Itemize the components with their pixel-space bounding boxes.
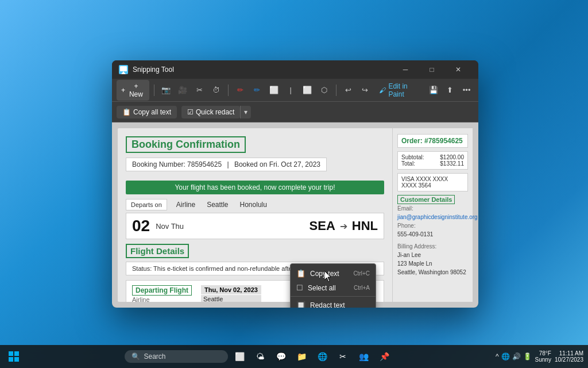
taskbar-left <box>5 347 23 366</box>
select-menu-icon: ☐ <box>296 283 303 292</box>
customer-details-section: Customer Details Email: jian@graphicdesi… <box>397 195 468 277</box>
start-button[interactable] <box>5 347 23 366</box>
airline-info-label: Airline <box>132 296 192 302</box>
taskbar: 🔍 Search ⬜ 🌤 💬 📁 🌐 ✂ 👥 📌 ^ 🌐 🔊 🔋 78°F Su… <box>0 345 588 368</box>
share-icon[interactable]: ⬆ <box>443 82 458 98</box>
highlighter-icon[interactable]: | <box>284 82 298 98</box>
shapes-icon[interactable]: ⬡ <box>317 82 331 98</box>
redact-icon: ☑ <box>187 108 194 116</box>
toolbar-right: 🖌 Edit in Paint 💾 ⬆ ••• <box>374 80 474 101</box>
select-all-menu-item[interactable]: ☐ Select all Ctrl+A <box>291 281 376 295</box>
booking-number-row: Booking Number: 785954625 | Booked on Fr… <box>126 158 384 176</box>
eraser-icon[interactable]: ⬜ <box>267 82 281 98</box>
copy-shortcut: Ctrl+C <box>353 270 370 277</box>
teams-button[interactable]: 👥 <box>354 347 373 366</box>
content-area: Booking Confirmation Booking Number: 785… <box>112 122 478 308</box>
quick-redact-button[interactable]: ☑ Quick redact <box>181 106 240 118</box>
temperature: 78°F <box>535 350 551 356</box>
copy-icon: 📋 <box>122 108 131 116</box>
clock[interactable]: 11:11 AM 10/27/2023 <box>555 350 583 363</box>
taskbar-right: ^ 🌐 🔊 🔋 78°F Sunny 11:11 AM 10/27/2023 <box>496 350 583 363</box>
billing-name: Ji-an Lee <box>397 252 421 258</box>
departs-on-label: Departs on <box>126 199 167 210</box>
crop-icon[interactable]: ✂ <box>192 82 207 98</box>
airline-label: Airline <box>176 201 195 209</box>
timer-icon[interactable]: ⏱ <box>209 82 223 98</box>
order-box: Order: #785954625 <box>397 134 468 148</box>
redact-text-label: Redact text <box>310 301 345 308</box>
select-all-label: Select all <box>308 284 336 292</box>
window-title: Snipping Tool <box>133 66 392 74</box>
billing-city: Seattle, Washington 98052 <box>397 269 466 275</box>
redo-icon[interactable]: ↪ <box>358 82 372 98</box>
battery-icon[interactable]: 🔋 <box>523 352 532 361</box>
right-panel: Order: #785954625 Subtotal: $1200.00 Tot… <box>392 128 473 302</box>
svg-rect-4 <box>9 351 13 356</box>
maximize-button[interactable]: □ <box>419 60 445 79</box>
email-label: Email: <box>397 205 413 212</box>
taskbar-search[interactable]: 🔍 Search <box>125 350 228 363</box>
edge-button[interactable]: 🌐 <box>313 347 331 366</box>
toolbar-separator-3 <box>336 85 336 96</box>
snipping-taskbar-icon[interactable]: ✂ <box>334 347 352 366</box>
edit-in-paint-button[interactable]: 🖌 Edit in Paint <box>374 80 424 101</box>
visa-box: VISA XXXX XXXX XXXX 3564 <box>397 173 468 191</box>
seattle-label: Seattle <box>207 201 228 209</box>
quick-redact-dropdown[interactable]: ▾ <box>240 106 251 118</box>
quick-redact-label: Quick redact <box>196 108 234 116</box>
flight-info-right: Thu, Nov 02, 2023 Seattle SEA - 04:55 AM <box>201 285 261 302</box>
volume-icon[interactable]: 🔊 <box>512 352 521 361</box>
network-icon[interactable]: 🌐 <box>501 352 510 361</box>
widgets-button[interactable]: 🌤 <box>251 347 269 366</box>
camera-icon[interactable]: 📷 <box>159 82 173 98</box>
weather-condition: Sunny <box>535 356 551 363</box>
pen-blue-icon[interactable]: ✏ <box>250 82 264 98</box>
more-icon[interactable]: ••• <box>459 82 474 98</box>
chevron-up-icon[interactable]: ^ <box>496 352 499 361</box>
undo-icon[interactable]: ↩ <box>341 82 355 98</box>
total-value: $1332.11 <box>440 160 464 167</box>
save-icon[interactable]: 💾 <box>427 82 441 98</box>
departing-flight-title: Departing Flight <box>132 285 192 296</box>
search-placeholder: Search <box>144 352 165 361</box>
total-label: Total: <box>401 160 415 167</box>
pen-red-icon[interactable]: ✏ <box>233 82 247 98</box>
time-display: 11:11 AM <box>555 350 583 356</box>
copy-all-text-button[interactable]: 📋 Copy all text <box>117 106 177 118</box>
copy-menu-icon: 📋 <box>296 269 305 278</box>
redact-menu-icon: 🔲 <box>296 301 305 308</box>
toolbar-separator-2 <box>228 85 229 96</box>
booking-number-label: Booking Number: 785954625 | Booked on Fr… <box>126 158 327 171</box>
crop-tool-icon[interactable]: ⬜ <box>300 82 315 98</box>
subtotal-label: Subtotal: <box>401 154 424 160</box>
flight-details-title: Flight Details <box>126 244 189 258</box>
snip-tool-taskbar[interactable]: 📌 <box>375 347 393 366</box>
pricing-box: Subtotal: $1200.00 Total: $1332.11 <box>397 151 468 170</box>
mouse-cursor <box>324 271 332 282</box>
origin-code: SEA <box>310 218 335 233</box>
phone-value: 555-409-0131 <box>397 231 433 237</box>
quick-redact-group: ☑ Quick redact ▾ <box>181 106 251 118</box>
minimize-button[interactable]: ─ <box>392 60 419 79</box>
redact-text-menu-item[interactable]: 🔲 Redact text <box>291 298 376 308</box>
new-icon: + <box>121 86 125 94</box>
video-icon[interactable]: 🎥 <box>176 82 190 98</box>
context-menu-separator <box>291 296 376 297</box>
close-button[interactable]: ✕ <box>445 60 471 79</box>
svg-rect-1 <box>120 66 127 71</box>
explorer-button[interactable]: 📁 <box>292 347 311 366</box>
new-button[interactable]: + + New <box>117 80 149 101</box>
system-icons: ^ 🌐 🔊 🔋 <box>496 352 532 361</box>
title-bar: Snipping Tool ─ □ ✕ <box>112 60 478 79</box>
email-value: jian@graphicdesigninstitute.org <box>397 214 478 220</box>
date-display: 10/27/2023 <box>555 356 583 363</box>
flight-seattle-city: Seattle <box>201 295 261 302</box>
billing-label: Billing Address: <box>397 243 436 250</box>
copy-text-menu-item[interactable]: 📋 Copy text Ctrl+C <box>291 266 376 281</box>
chat-button[interactable]: 💬 <box>272 347 290 366</box>
booked-banner: Your flight has been booked, now complet… <box>126 181 384 194</box>
flight-date-text: Nov Thu <box>156 222 184 231</box>
search-icon: 🔍 <box>131 352 140 361</box>
window-controls: ─ □ ✕ <box>392 60 471 79</box>
task-view-button[interactable]: ⬜ <box>230 347 249 366</box>
